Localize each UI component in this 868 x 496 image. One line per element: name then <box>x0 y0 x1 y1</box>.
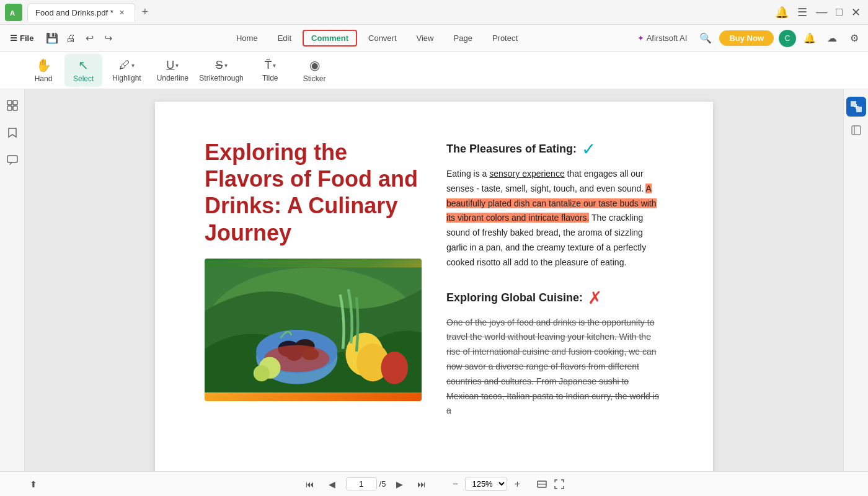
section1-title: The Pleasures of Eating: <box>446 143 577 156</box>
underline-tool-button[interactable]: U ▾ Underline <box>151 55 194 86</box>
hand-icon: ✋ <box>36 58 51 73</box>
thumbnail-panel-icon[interactable] <box>4 97 21 114</box>
zoom-level-select[interactable]: 125% 100% 75% 150% <box>465 477 507 491</box>
section2-title: Exploring Global Cuisine: <box>446 291 583 304</box>
tab-bar: Food and Drinks.pdf * ✕ + <box>27 3 773 22</box>
redo-button[interactable]: ↪ <box>99 30 117 47</box>
bookmark-panel-icon[interactable] <box>4 124 21 141</box>
window-controls: 🔔 ☰ — □ ✕ <box>773 4 863 20</box>
add-tab-button[interactable]: + <box>138 5 153 20</box>
page-menu-item[interactable]: Page <box>445 30 481 46</box>
buy-now-button[interactable]: Buy Now <box>719 30 774 46</box>
svg-rect-22 <box>852 126 861 135</box>
svg-rect-21 <box>856 107 862 112</box>
user-avatar[interactable]: C <box>779 30 796 47</box>
zoom-out-button[interactable]: − <box>448 477 463 492</box>
last-page-button[interactable]: ⏭ <box>413 476 430 493</box>
afirstsoft-ai-button[interactable]: ✦ Afirstsoft AI <box>632 31 693 45</box>
search-button[interactable]: 🔍 <box>697 30 714 47</box>
strikethrough-icon: S <box>216 59 223 72</box>
hand-tool-button[interactable]: ✋ Hand <box>25 54 62 87</box>
edit-menu-item[interactable]: Edit <box>269 30 300 46</box>
underlined-text: sensory experience <box>489 169 564 179</box>
food-image-inner <box>205 259 422 401</box>
home-menu-item[interactable]: Home <box>228 30 267 46</box>
tilde-dropdown-arrow: ▾ <box>273 62 276 69</box>
fit-controls <box>534 477 567 492</box>
page-layout: Exploring the Flavors of Food and Drinks… <box>205 139 663 418</box>
sticker-tool-button[interactable]: ◉ Sticker <box>294 54 335 87</box>
right-panel-icon[interactable] <box>848 122 865 139</box>
hamburger-menu-button[interactable]: ☰ <box>795 4 810 20</box>
zoom-controls: − 125% 100% 75% 150% + <box>448 477 525 492</box>
fullscreen-button[interactable] <box>552 477 567 492</box>
zoom-in-button[interactable]: + <box>510 477 525 492</box>
svg-rect-5 <box>7 156 17 162</box>
svg-rect-1 <box>7 100 12 105</box>
svg-point-19 <box>254 365 270 381</box>
view-menu-item[interactable]: View <box>408 30 443 46</box>
bottom-bar: ⬆ ⏮ ◀ /5 ▶ ⏭ − 125% 100% 75% 150% + <box>0 471 868 496</box>
minimize-button[interactable]: — <box>813 4 830 20</box>
scroll-to-top-button[interactable]: ⬆ <box>25 476 42 493</box>
close-window-button[interactable]: ✕ <box>849 4 863 20</box>
body-text-part1: Eating is a <box>446 169 489 179</box>
tab-close-button[interactable]: ✕ <box>117 7 127 17</box>
menu-right-section: ✦ Afirstsoft AI 🔍 Buy Now C 🔔 ☁ ⚙ <box>632 30 863 47</box>
pdf-viewer: Exploring the Flavors of Food and Drinks… <box>25 89 843 471</box>
save-button[interactable]: 💾 <box>43 30 61 47</box>
page-number-input[interactable] <box>346 477 377 490</box>
right-column: The Pleasures of Eating: ✓ Eating is a s… <box>446 139 663 418</box>
file-menu[interactable]: ☰ File <box>5 31 38 45</box>
ai-star-icon: ✦ <box>637 33 644 43</box>
main-area: Exploring the Flavors of Food and Drinks… <box>0 89 868 471</box>
notification-button[interactable]: 🔔 <box>773 4 791 20</box>
comments-panel-icon[interactable] <box>4 151 21 169</box>
svg-point-17 <box>381 352 408 384</box>
quick-access-toolbar: 💾 🖨 ↩ ↪ <box>43 30 117 47</box>
sticker-icon: ◉ <box>309 58 320 73</box>
underline-dropdown-arrow: ▾ <box>175 62 179 69</box>
strikethrough-label: Strikethrough <box>199 74 243 82</box>
svg-text:A: A <box>10 8 16 16</box>
undo-button[interactable]: ↩ <box>81 30 98 47</box>
select-icon: ↖ <box>78 58 89 73</box>
comment-toolbar: ✋ Hand ↖ Select 🖊 ▾ Highlight U ▾ Underl… <box>0 52 868 89</box>
x-decoration: ✗ <box>588 288 602 308</box>
svg-rect-3 <box>7 106 12 110</box>
comment-menu-item[interactable]: Comment <box>303 30 357 46</box>
checkmark-decoration: ✓ <box>582 139 596 159</box>
strikethrough-tool-button[interactable]: S ▾ Strikethrough <box>197 55 246 86</box>
fit-width-button[interactable] <box>534 477 549 492</box>
select-tool-button[interactable]: ↖ Select <box>64 54 102 87</box>
section2: Exploring Global Cuisine: ✗ One of the j… <box>446 288 663 419</box>
notification-bell-icon[interactable]: 🔔 <box>801 30 818 47</box>
section1-body: Eating is a sensory experience that enga… <box>446 167 663 270</box>
cloud-icon[interactable]: ☁ <box>823 30 841 47</box>
section1-header: The Pleasures of Eating: ✓ <box>446 139 663 159</box>
translate-button[interactable] <box>846 97 866 117</box>
settings-icon[interactable]: ⚙ <box>846 30 863 47</box>
app-logo: A <box>5 4 22 21</box>
pdf-page: Exploring the Flavors of Food and Drinks… <box>155 102 713 471</box>
next-page-button[interactable]: ▶ <box>391 476 408 493</box>
hamburger-icon: ☰ <box>10 33 17 43</box>
left-sidebar <box>0 89 25 471</box>
strikethrough-dropdown-arrow: ▾ <box>224 62 228 69</box>
protect-menu-item[interactable]: Protect <box>484 30 526 46</box>
menu-bar: ☰ File 💾 🖨 ↩ ↪ Home Edit Comment Convert… <box>0 25 868 52</box>
prev-page-button[interactable]: ◀ <box>324 476 341 493</box>
file-label: File <box>20 33 33 43</box>
tilde-tool-button[interactable]: T̃ ▾ Tilde <box>249 55 292 86</box>
convert-menu-item[interactable]: Convert <box>360 30 405 46</box>
active-tab[interactable]: Food and Drinks.pdf * ✕ <box>27 3 135 22</box>
scroll-top-section: ⬆ <box>25 476 42 493</box>
first-page-button[interactable]: ⏮ <box>301 476 319 493</box>
tab-title: Food and Drinks.pdf * <box>35 8 113 17</box>
maximize-button[interactable]: □ <box>833 4 845 20</box>
title-bar: A Food and Drinks.pdf * ✕ + 🔔 ☰ — □ ✕ <box>0 0 868 25</box>
print-button[interactable]: 🖨 <box>62 30 79 47</box>
afirstsoft-label: Afirstsoft AI <box>647 33 688 43</box>
highlight-tool-button[interactable]: 🖊 ▾ Highlight <box>105 55 148 86</box>
highlight-icon: 🖊 <box>119 59 130 72</box>
